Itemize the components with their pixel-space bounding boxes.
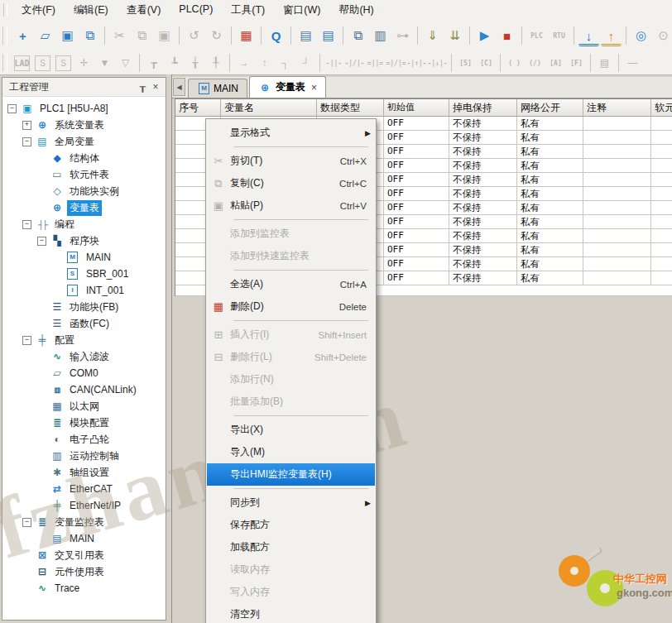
cell-network[interactable]: 私有	[517, 257, 583, 271]
tree-item[interactable]: ⧈ CAN(CANLink)	[2, 381, 166, 398]
cell-network[interactable]: 私有	[517, 201, 583, 215]
line-corner-down-button[interactable]: ┐	[276, 55, 295, 72]
cell-init[interactable]: OFF	[384, 173, 449, 187]
coil-out-button[interactable]: ( )	[505, 55, 524, 72]
cell-init[interactable]: OFF	[384, 271, 449, 285]
col-comment[interactable]: 注释	[583, 99, 651, 116]
line-right-button[interactable]: →	[234, 55, 253, 72]
cell-comment[interactable]	[583, 215, 651, 229]
cell-retain[interactable]: 不保持	[449, 187, 517, 201]
redo-button[interactable]: ↻	[206, 26, 227, 46]
cell-retain[interactable]: 不保持	[449, 201, 517, 215]
toolbar-item[interactable]	[231, 26, 232, 45]
h-line-button[interactable]: —	[623, 55, 642, 72]
menu-delete[interactable]: ▦ 删除(D) Delete	[207, 295, 375, 318]
toolbar-item[interactable]	[521, 26, 522, 45]
col-retain[interactable]: 掉电保持	[449, 99, 517, 116]
cell-device[interactable]	[651, 159, 672, 173]
cell-device[interactable]	[651, 173, 672, 187]
coil-not-button[interactable]: (/)	[526, 55, 545, 72]
tree-item[interactable]: S SBR_001	[2, 266, 166, 282]
menu-delete-row[interactable]: ⊟ 删除行(L) Shift+Delete	[207, 346, 375, 368]
cell-init[interactable]: OFF	[384, 117, 449, 131]
cell-retain[interactable]: 不保持	[449, 243, 517, 257]
tree-expander-icon[interactable]	[37, 237, 46, 246]
cell-device[interactable]	[651, 271, 672, 285]
coil-set-button[interactable]: [S]	[456, 55, 475, 72]
cell-device[interactable]	[651, 145, 672, 159]
cell-comment[interactable]	[583, 243, 651, 257]
menu-export[interactable]: 导出(X)	[207, 419, 375, 441]
toolbar-item[interactable]	[417, 26, 418, 45]
toolbar-item[interactable]	[618, 54, 619, 72]
cell-network[interactable]: 私有	[517, 187, 583, 201]
cell-comment[interactable]	[583, 187, 651, 201]
col-seq[interactable]: 序号	[175, 99, 221, 116]
menu-paste[interactable]: ▣ 粘贴(P) Ctrl+V	[207, 194, 375, 217]
print-button[interactable]: ▤	[318, 26, 338, 46]
select-cursor-button[interactable]: ✛	[74, 55, 94, 72]
cell-retain[interactable]: 不保持	[449, 117, 517, 131]
compile-all-button[interactable]: ⇊	[444, 26, 465, 46]
pin-icon[interactable]: ┰	[136, 81, 149, 93]
tree-item[interactable]: M MAIN	[2, 249, 166, 266]
cell-comment[interactable]	[583, 271, 651, 285]
tree-item[interactable]: ☰ 功能块(FB)	[2, 299, 166, 315]
menu-import[interactable]: 导入(M)	[207, 441, 375, 463]
stop-button[interactable]: ■	[497, 26, 517, 46]
menu-sync-to[interactable]: 同步到 ▶	[207, 491, 375, 514]
tree-item[interactable]: ∿ Trace	[2, 580, 166, 597]
coil-counter-button[interactable]: [C]	[477, 55, 496, 72]
cell-comment[interactable]	[583, 117, 651, 131]
line-up-button[interactable]: ↑	[255, 55, 274, 72]
menubar-item[interactable]: 窗口(W)	[274, 1, 329, 20]
toolbar-item[interactable]	[343, 26, 343, 45]
menu-write-memory[interactable]: 写入内存	[207, 581, 375, 603]
tab-scroll-left-icon[interactable]: ◀	[173, 78, 185, 96]
sync-disabled-button[interactable]: ⊶	[392, 26, 413, 46]
sfc-step2-button[interactable]: S	[55, 55, 71, 71]
tree-item[interactable]: ≣ 模块配置	[2, 415, 166, 431]
toolbar-item[interactable]	[104, 26, 105, 45]
cell-device[interactable]	[651, 117, 672, 131]
run-button[interactable]: ▶	[474, 26, 495, 46]
cell-comment[interactable]	[583, 229, 651, 243]
cell-init[interactable]: OFF	[384, 257, 449, 271]
tree-item[interactable]: ▱ COM0	[2, 365, 166, 381]
cell-retain[interactable]: 不保持	[449, 229, 517, 243]
menu-export-hmi-watch-table[interactable]: 导出HMI监控变量表(H)	[207, 463, 375, 486]
tree-item[interactable]: ☰ 函数(FC)	[2, 315, 166, 332]
down-arrow-hollow-button[interactable]: ▽	[116, 55, 135, 72]
tab-main[interactable]: M MAIN	[188, 79, 247, 98]
cell-network[interactable]: 私有	[517, 173, 583, 187]
cell-comment[interactable]	[583, 145, 651, 159]
cell-retain[interactable]: 不保持	[449, 173, 517, 187]
cell-init[interactable]: OFF	[384, 145, 449, 159]
tree-item[interactable]: ⊕ 系统变量表	[2, 117, 166, 133]
branch-close-button[interactable]: ┺	[165, 55, 184, 72]
toolbar-item[interactable]	[179, 26, 180, 45]
tree-item[interactable]: ▣ PLC1 [H5U-A8]	[2, 100, 166, 117]
cell-device[interactable]	[651, 187, 672, 201]
line-corner-up-button[interactable]: ┘	[296, 55, 315, 72]
cell-comment[interactable]	[583, 257, 651, 271]
menu-add-to-watch-table[interactable]: 添加到监控表	[207, 223, 375, 245]
insert-row-button[interactable]: ╁	[185, 55, 204, 72]
close-icon[interactable]: ×	[149, 81, 162, 93]
cell-network[interactable]: 私有	[517, 215, 583, 229]
tree-item[interactable]: ⊠ 交叉引用表	[2, 547, 166, 563]
tree-item[interactable]: ≣ 变量监控表	[2, 514, 166, 530]
lad-mode-button[interactable]: LAD	[14, 55, 30, 71]
cell-network[interactable]: 私有	[517, 271, 583, 285]
tree-expander-icon[interactable]	[22, 137, 31, 146]
tree-item[interactable]: ◐ 电子凸轮	[2, 431, 166, 448]
export-page-button[interactable]: ▥	[370, 26, 391, 46]
menu-insert-row[interactable]: ⊞ 插入行(I) Shift+Insert	[207, 323, 375, 346]
download-button[interactable]: ↓	[578, 28, 599, 46]
cell-retain[interactable]: 不保持	[449, 271, 517, 285]
cell-network[interactable]: 私有	[517, 159, 583, 173]
tree-item[interactable]: ✱ 轴组设置	[2, 464, 166, 481]
tree-item[interactable]: ╪ 配置	[2, 332, 166, 348]
tab-variable-table[interactable]: ⊕ 变量表 ×	[249, 76, 326, 98]
menubar-item[interactable]: 工具(T)	[222, 1, 274, 20]
